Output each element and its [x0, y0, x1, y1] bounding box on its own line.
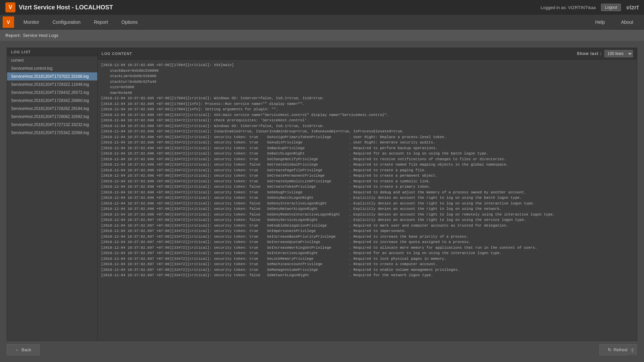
show-last-control: Show last : 100 lines200 lines500 lines1…	[577, 50, 633, 57]
log-list-item[interactable]: ServiceHost.20181204T172534Z.32068.log	[7, 129, 97, 137]
breadcrumb-value: Service Host Logs	[23, 33, 58, 38]
vizrt-brand-label: vizrt	[626, 4, 639, 11]
log-text-area[interactable]: [2018-12-04 10:37:02.695 +07:00][17804][…	[98, 60, 637, 341]
log-list-item[interactable]: ServiceHost.20181204T172932Z.11648.log	[7, 80, 97, 88]
main-content: LOG LIST currentServiceHost.control.logS…	[0, 41, 644, 362]
navbar: V Monitor Configuration Report Options H…	[0, 15, 644, 29]
back-arrow-icon: ←	[15, 347, 19, 352]
scroll-top-button[interactable]: ⇧	[627, 345, 637, 355]
logged-in-label: Logged in as: VIZRTINT\kaa	[541, 5, 596, 10]
navbar-left: V Monitor Configuration Report Options	[3, 15, 144, 29]
breadcrumb-label: Report:	[5, 33, 21, 38]
log-list-item[interactable]: ServiceHost.20181204T172828Z.29184.log	[7, 105, 97, 113]
log-content-panel: LOG CONTENT Show last : 100 lines200 lin…	[98, 48, 637, 341]
panels: LOG LIST currentServiceHost.control.logS…	[7, 48, 637, 341]
log-content-header: LOG CONTENT Show last : 100 lines200 lin…	[98, 48, 637, 60]
show-last-label: Show last :	[577, 51, 602, 56]
app-title: Vizrt Service Host - LOCALHOST	[19, 4, 113, 11]
nav-report[interactable]: Report	[87, 15, 115, 29]
content-area: LOG LIST currentServiceHost.control.logS…	[7, 48, 637, 341]
lines-select[interactable]: 100 lines200 lines500 lines1000 lines	[604, 50, 633, 57]
bottom-bar: ← Back ↻ Refresh	[7, 341, 637, 355]
log-list-item[interactable]: current	[7, 56, 97, 64]
log-list-item[interactable]: ServiceHost.20181204T172834Z.26860.log	[7, 97, 97, 105]
back-label: Back	[21, 347, 31, 352]
header: V Vizrt Service Host - LOCALHOST Logged …	[0, 0, 644, 15]
log-list-header: LOG LIST	[7, 48, 97, 56]
nav-configuration[interactable]: Configuration	[46, 15, 87, 29]
nav-monitor[interactable]: Monitor	[17, 15, 46, 29]
header-left: V Vizrt Service Host - LOCALHOST	[5, 2, 113, 12]
log-list-items: currentServiceHost.control.logServiceHos…	[7, 56, 97, 341]
nav-about[interactable]: About	[613, 15, 641, 29]
back-button[interactable]: ← Back	[7, 344, 40, 355]
breadcrumb: Report: Service Host Logs	[0, 29, 644, 41]
header-right: Logged in as: VIZRTINT\kaa Logout vizrt	[541, 4, 639, 11]
log-list-item[interactable]: ServiceHost.20181204T172808Z.32692.log	[7, 113, 97, 121]
log-list-item[interactable]: ServiceHost.20181204T1737022.33168.log	[7, 72, 97, 80]
log-list-item[interactable]: ServiceHost.20181204T172713Z.33232.log	[7, 121, 97, 129]
log-list-panel: LOG LIST currentServiceHost.control.logS…	[7, 48, 98, 341]
navbar-right: Help About	[587, 15, 641, 29]
refresh-icon: ↻	[608, 347, 611, 352]
log-content-title: LOG CONTENT	[102, 52, 132, 56]
log-list-item[interactable]: ServiceHost.control.log	[7, 64, 97, 72]
logout-button[interactable]: Logout	[601, 4, 621, 11]
nav-options[interactable]: Options	[115, 15, 144, 29]
refresh-label: Refresh	[613, 347, 629, 352]
log-list-item[interactable]: ServiceHost.20181204T172843Z.26572.log	[7, 88, 97, 97]
nav-help[interactable]: Help	[587, 15, 613, 29]
nav-logo-icon: V	[3, 16, 14, 28]
vizrt-logo-icon: V	[5, 2, 15, 12]
